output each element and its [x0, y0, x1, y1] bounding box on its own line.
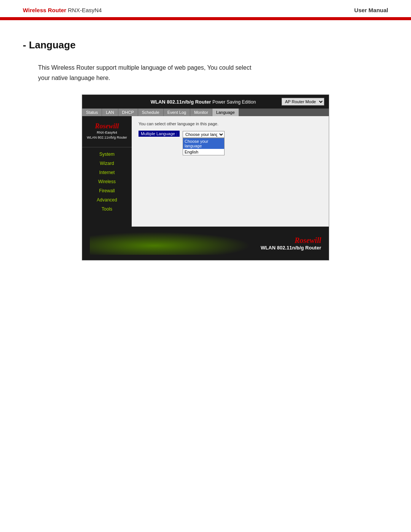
brand-label: Wireless Router — [23, 7, 66, 13]
desc-line1: This Wireless Router support multiple la… — [38, 64, 251, 71]
router-footer-deco — [90, 232, 251, 255]
model-label: RNX-EasyN4 — [68, 7, 102, 13]
router-title-edition: Power Saving Edition — [212, 99, 256, 105]
sidebar-item-advanced[interactable]: Advanced — [82, 195, 132, 204]
manual-label: User Manual — [354, 7, 388, 13]
router-logo-text: Rosewill — [87, 122, 127, 130]
router-mode-container: AP Router Mode — [282, 98, 324, 105]
sidebar-item-system[interactable]: System — [82, 150, 132, 159]
nav-tab-schedule[interactable]: Schedule — [138, 109, 164, 116]
nav-tab-lan[interactable]: LAN — [102, 109, 118, 116]
router-footer-brand: Rosewill WLAN 802.11n/b/g Router — [261, 236, 321, 251]
router-language-select[interactable]: Choose your language English — [183, 131, 225, 138]
nav-tab-eventlog[interactable]: Event Log — [164, 109, 191, 116]
router-topbar: WLAN 802.11n/b/g Router Power Saving Edi… — [82, 95, 329, 109]
router-footer-model: WLAN 802.11n/b/g Router — [261, 245, 321, 251]
router-logo-area: Rosewill RNX-EasyN4 WLAN 802.11n/b/g Rou… — [87, 120, 127, 144]
desc-line2: your native language here. — [38, 75, 110, 81]
sidebar-item-firewall[interactable]: Firewall — [82, 186, 132, 195]
router-topbar-title: WLAN 802.11n/b/g Router Power Saving Edi… — [125, 99, 282, 105]
router-model-label: RNX-EasyN4 WLAN 802.11n/b/g Router — [87, 130, 127, 140]
router-screenshot: WLAN 802.11n/b/g Router Power Saving Edi… — [82, 94, 329, 260]
router-language-row: Multiple Language : Choose your language… — [139, 131, 322, 138]
section-description: This Wireless Router support multiple la… — [38, 62, 388, 83]
router-footer-logo: Rosewill — [261, 236, 321, 245]
router-dropdown-list: Choose your language English — [183, 138, 225, 155]
nav-tab-monitor[interactable]: Monitor — [190, 109, 212, 116]
dropdown-option-english[interactable]: English — [183, 149, 224, 155]
header-red-bar — [0, 17, 411, 19]
sidebar-item-wizard[interactable]: Wizard — [82, 159, 132, 168]
router-footer: Rosewill WLAN 802.11n/b/g Router — [82, 227, 329, 260]
sidebar-item-wireless[interactable]: Wireless — [82, 177, 132, 186]
router-language-dropdown-container: Choose your language English Choose your… — [183, 131, 225, 138]
page-header: Wireless Router RNX-EasyN4 User Manual — [0, 0, 411, 20]
router-content-area: You can select other language in this pa… — [132, 116, 329, 227]
page-content: - Language This Wireless Router support … — [0, 20, 411, 287]
header-left: Wireless Router RNX-EasyN4 — [23, 7, 102, 13]
router-title-wlan: WLAN 802.11n/b/g Router — [151, 99, 211, 105]
router-mode-select[interactable]: AP Router Mode — [282, 98, 324, 105]
router-content-desc: You can select other language in this pa… — [139, 121, 322, 126]
router-nav: Status LAN DHCP Schedule Event Log Monit… — [82, 109, 329, 116]
nav-tab-language[interactable]: Language — [212, 109, 239, 116]
dropdown-option-choose[interactable]: Choose your language — [183, 138, 224, 149]
section-title: - Language — [23, 39, 388, 51]
sidebar-item-tools[interactable]: Tools — [82, 204, 132, 214]
router-sidebar: Rosewill RNX-EasyN4 WLAN 802.11n/b/g Rou… — [82, 116, 132, 227]
router-main: Rosewill RNX-EasyN4 WLAN 802.11n/b/g Rou… — [82, 116, 329, 227]
router-language-label: Multiple Language : — [139, 131, 180, 137]
sidebar-divider — [82, 147, 132, 147]
nav-tab-dhcp[interactable]: DHCP — [118, 109, 138, 116]
sidebar-item-internet[interactable]: Internet — [82, 168, 132, 177]
nav-tab-status[interactable]: Status — [82, 109, 102, 116]
